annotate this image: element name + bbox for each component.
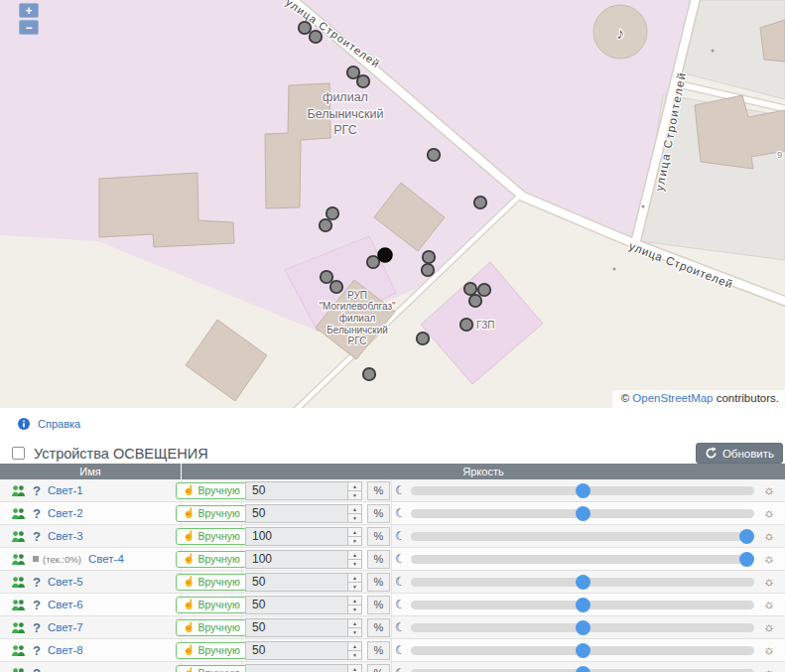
device-marker[interactable] bbox=[363, 368, 375, 380]
spin-down-button[interactable]: ▼ bbox=[348, 560, 361, 568]
question-mark-icon[interactable]: ? bbox=[33, 666, 41, 672]
value-cell: ▲ ▼ % bbox=[242, 548, 392, 570]
spin-up-button[interactable]: ▲ bbox=[348, 528, 361, 537]
spin-up-button[interactable]: ▲ bbox=[348, 482, 361, 491]
device-link[interactable]: Свет-7 bbox=[48, 621, 83, 633]
brightness-input[interactable] bbox=[246, 665, 347, 672]
percent-label: % bbox=[367, 618, 390, 637]
manual-mode-button[interactable]: ☝ Вручную bbox=[176, 482, 247, 499]
manual-mode-button[interactable]: ☝ Вручную bbox=[176, 642, 247, 659]
spin-up-button[interactable]: ▲ bbox=[348, 574, 361, 583]
question-mark-icon[interactable]: ? bbox=[33, 483, 41, 498]
brightness-input[interactable] bbox=[246, 482, 347, 499]
question-mark-icon[interactable]: ? bbox=[33, 529, 41, 544]
device-link[interactable]: Свет-4 bbox=[88, 553, 124, 565]
spin-down-button[interactable]: ▼ bbox=[348, 651, 361, 659]
sun-icon: ☼ bbox=[763, 528, 775, 543]
device-marker[interactable] bbox=[417, 333, 429, 344]
slider-handle[interactable] bbox=[739, 552, 754, 567]
zoom-out-button[interactable]: − bbox=[19, 20, 39, 35]
zoom-in-button[interactable]: + bbox=[19, 3, 39, 18]
device-marker[interactable] bbox=[464, 283, 476, 295]
question-mark-icon[interactable]: ? bbox=[33, 506, 41, 521]
device-marker[interactable] bbox=[320, 219, 331, 231]
brightness-input[interactable] bbox=[246, 551, 347, 568]
spin-down-button[interactable]: ▼ bbox=[348, 514, 361, 522]
status-square-icon bbox=[33, 556, 39, 562]
device-marker[interactable] bbox=[478, 284, 490, 296]
slider-handle[interactable] bbox=[576, 620, 590, 635]
device-marker[interactable] bbox=[428, 149, 440, 161]
slider-track[interactable] bbox=[411, 555, 754, 564]
device-marker[interactable] bbox=[357, 75, 369, 87]
percent-label: % bbox=[367, 527, 390, 546]
openstreetmap-link[interactable]: OpenStreetMap bbox=[632, 392, 713, 404]
brightness-input[interactable] bbox=[246, 642, 347, 659]
hand-icon: ☝ bbox=[183, 531, 195, 541]
device-link[interactable]: Свет-2 bbox=[48, 507, 83, 519]
device-marker[interactable] bbox=[299, 22, 311, 34]
device-marker[interactable] bbox=[327, 207, 338, 219]
map-container[interactable]: ♪ филиал Белыничский РГС РУП "Могилевобл… bbox=[0, 0, 785, 408]
device-marker[interactable] bbox=[330, 281, 342, 293]
spin-up-button[interactable]: ▲ bbox=[348, 665, 361, 672]
spin-down-button[interactable]: ▼ bbox=[348, 583, 361, 591]
slider-track[interactable] bbox=[411, 532, 754, 541]
slider-handle[interactable] bbox=[576, 643, 590, 658]
device-link[interactable]: Свет-1 bbox=[48, 484, 83, 496]
slider-handle[interactable] bbox=[576, 666, 590, 672]
spin-down-button[interactable]: ▼ bbox=[348, 491, 361, 499]
slider-handle[interactable] bbox=[576, 483, 590, 498]
slider-handle[interactable] bbox=[576, 506, 590, 521]
question-mark-icon[interactable]: ? bbox=[33, 620, 41, 635]
spin-up-button[interactable]: ▲ bbox=[348, 505, 361, 514]
hand-icon: ☝ bbox=[183, 645, 195, 655]
device-marker[interactable] bbox=[367, 256, 379, 268]
spin-down-button[interactable]: ▼ bbox=[348, 605, 361, 613]
device-marker[interactable] bbox=[469, 295, 481, 307]
map-canvas[interactable]: ♪ филиал Белыничский РГС РУП "Могилевобл… bbox=[0, 0, 785, 408]
question-mark-icon[interactable]: ? bbox=[33, 598, 41, 612]
brightness-input[interactable] bbox=[246, 574, 347, 591]
device-marker[interactable] bbox=[460, 319, 472, 331]
manual-mode-button[interactable]: ☝ Вручную bbox=[176, 665, 247, 672]
device-marker[interactable] bbox=[423, 251, 435, 263]
devices-checkbox[interactable] bbox=[12, 447, 25, 460]
spin-down-button[interactable]: ▼ bbox=[348, 628, 361, 636]
slider-handle[interactable] bbox=[576, 598, 590, 612]
spin-up-button[interactable]: ▲ bbox=[348, 642, 361, 651]
device-link[interactable]: Свет-8 bbox=[48, 644, 83, 656]
moon-icon: ☾ bbox=[395, 643, 406, 657]
attribution-suffix: contributors. bbox=[717, 392, 779, 404]
question-mark-icon[interactable]: ? bbox=[33, 643, 41, 658]
brightness-input[interactable] bbox=[246, 619, 347, 636]
manual-mode-button[interactable]: ☝ Вручную bbox=[176, 619, 247, 636]
device-link[interactable]: Свет-3 bbox=[48, 530, 83, 542]
device-marker[interactable] bbox=[474, 197, 486, 208]
refresh-button[interactable]: Обновить bbox=[696, 443, 783, 464]
manual-mode-button[interactable]: ☝ Вручную bbox=[176, 551, 247, 568]
device-marker[interactable] bbox=[321, 271, 332, 283]
help-link[interactable]: Справка bbox=[38, 418, 80, 430]
device-marker-selected[interactable] bbox=[378, 248, 392, 262]
device-link[interactable]: Свет-6 bbox=[48, 599, 83, 610]
spin-up-button[interactable]: ▲ bbox=[348, 597, 361, 605]
manual-mode-button[interactable]: ☝ Вручную bbox=[176, 597, 247, 613]
manual-mode-button[interactable]: ☝ Вручную bbox=[176, 505, 247, 522]
question-mark-icon[interactable]: ? bbox=[33, 575, 41, 590]
device-marker[interactable] bbox=[422, 264, 434, 276]
slider-handle[interactable] bbox=[739, 529, 754, 544]
device-marker[interactable] bbox=[310, 31, 322, 43]
manual-mode-button[interactable]: ☝ Вручную bbox=[176, 574, 247, 591]
hand-icon: ☝ bbox=[183, 600, 195, 609]
device-link[interactable]: Свет-5 bbox=[48, 576, 83, 588]
spin-up-button[interactable]: ▲ bbox=[348, 619, 361, 628]
spin-up-button[interactable]: ▲ bbox=[348, 551, 361, 560]
brightness-input[interactable] bbox=[246, 505, 347, 522]
manual-mode-button[interactable]: ☝ Вручную bbox=[176, 528, 247, 545]
slider-handle[interactable] bbox=[576, 575, 590, 590]
brightness-input[interactable] bbox=[246, 597, 347, 613]
brightness-input[interactable] bbox=[246, 528, 347, 545]
device-marker[interactable] bbox=[347, 67, 359, 78]
spin-down-button[interactable]: ▼ bbox=[348, 537, 361, 545]
